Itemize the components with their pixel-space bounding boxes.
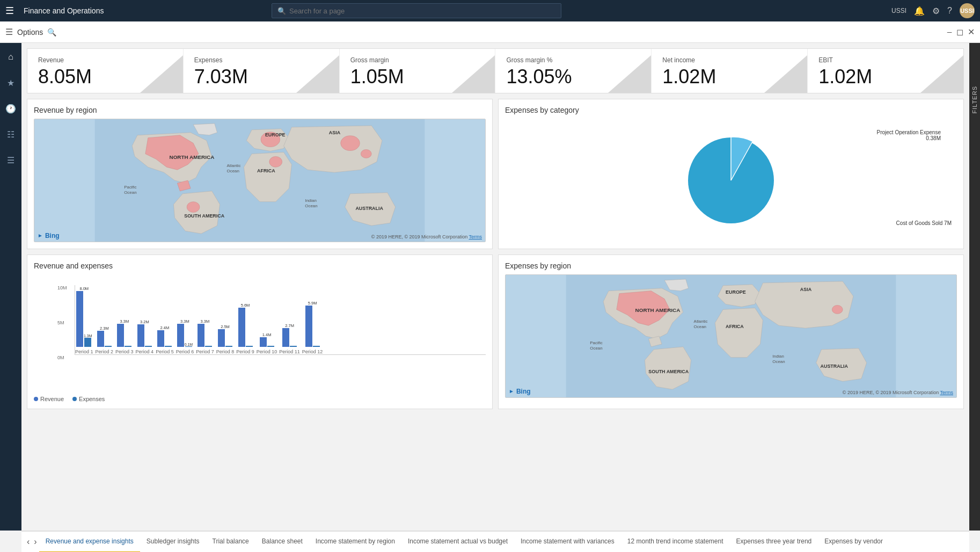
charts-grid: Revenue by region: [27, 99, 964, 409]
period-label: Period 10: [257, 349, 277, 354]
svg-text:Ocean: Ocean: [227, 169, 239, 173]
map-terms-link-2[interactable]: Terms: [940, 390, 954, 395]
svg-point-4: [361, 149, 371, 158]
filters-panel[interactable]: FILTERS: [969, 43, 980, 531]
revenue-bar: [282, 328, 289, 347]
kpi-card: Revenue 8.05M: [27, 49, 184, 93]
settings-icon[interactable]: ⚙: [932, 6, 940, 16]
revenue-bar: [260, 337, 267, 347]
notification-icon[interactable]: 🔔: [914, 6, 925, 16]
revenue-by-region-map[interactable]: NORTH AMERICA EUROPE ASIA AFRICA SOUTH A…: [34, 119, 486, 242]
tab-item[interactable]: Expenses by vendor: [818, 531, 889, 552]
svg-text:Ocean: Ocean: [124, 190, 136, 194]
sidebar-home-icon[interactable]: ⌂: [2, 48, 19, 66]
tab-prev-btn[interactable]: ‹: [25, 537, 32, 547]
kpi-triangle: [140, 55, 183, 93]
map-copyright: © 2019 HERE, © 2019 Microsoft Corporatio…: [371, 234, 482, 239]
period-label: Period 6: [176, 349, 194, 354]
expense-bar: [165, 346, 172, 347]
svg-text:Ocean: Ocean: [694, 324, 706, 329]
close-icon[interactable]: ✕: [968, 27, 975, 37]
kpi-card: Gross margin 1.05M: [340, 49, 496, 93]
svg-text:Ocean: Ocean: [305, 203, 317, 208]
options-label: Options: [17, 28, 43, 37]
expense-bar: [205, 346, 212, 347]
user-label: USSI: [891, 7, 906, 14]
tab-item[interactable]: 12 month trend income statement: [621, 531, 730, 552]
tab-item[interactable]: Balance sheet: [255, 531, 309, 552]
main-layout: ⌂ ★ 🕐 ☷ ☰ Revenue 8.05M Expenses 7.03M G…: [0, 43, 980, 531]
bottom-tab-bar: ‹ › Revenue and expense insightsSubledge…: [21, 531, 969, 552]
tab-item[interactable]: Subledger insights: [140, 531, 206, 552]
tab-item[interactable]: Income statement with variances: [514, 531, 621, 552]
period-label: Period 8: [216, 349, 235, 354]
tab-item[interactable]: Trial balance: [206, 531, 255, 552]
svg-text:EUROPE: EUROPE: [726, 289, 746, 294]
expense-bar: [145, 346, 152, 347]
kpi-triangle: [920, 55, 963, 93]
svg-text:Pacific: Pacific: [124, 184, 136, 189]
revenue-and-expenses-card: Revenue and expenses 10M5M0M 8.0M 1.3M P…: [27, 255, 493, 409]
tab-item[interactable]: Revenue and expense insights: [39, 531, 140, 552]
revenue-bar: [97, 331, 104, 347]
options-search-icon[interactable]: 🔍: [47, 28, 56, 37]
bar-group: 3.2M Period 4: [136, 319, 154, 354]
svg-text:ASIA: ASIA: [329, 129, 341, 135]
svg-text:EUROPE: EUROPE: [265, 132, 286, 137]
tab-item[interactable]: Income statement by region: [309, 531, 401, 552]
revenue-bar: [218, 329, 225, 347]
svg-text:ASIA: ASIA: [800, 286, 812, 292]
svg-text:AFRICA: AFRICA: [726, 324, 744, 329]
svg-text:Indian: Indian: [305, 198, 317, 202]
tab-item[interactable]: Income statement actual vs budget: [401, 531, 514, 552]
kpi-card: Gross margin % 13.05%: [495, 49, 652, 93]
svg-text:AUSTRALIA: AUSTRALIA: [821, 364, 849, 369]
svg-point-2: [269, 156, 282, 167]
bar-group: 3.3M Period 7: [196, 319, 214, 354]
sidebar-recent-icon[interactable]: 🕐: [2, 100, 19, 117]
expenses-by-category-title: Expenses by category: [505, 106, 957, 114]
avatar[interactable]: USSI: [960, 3, 975, 18]
revenue-bar: [137, 324, 144, 347]
expenses-by-region-map[interactable]: NORTH AMERICA EUROPE ASIA AFRICA SOUTH A…: [505, 274, 957, 398]
period-label: Period 5: [156, 349, 174, 354]
bing-footer: ► Bing: [38, 232, 60, 239]
left-sidebar: ⌂ ★ 🕐 ☷ ☰: [0, 43, 21, 531]
bar-group: 5.6M Period 9: [236, 303, 254, 354]
bar-group: 8.0M 1.3M Period 1: [75, 286, 93, 354]
y-axis-10m: 10M: [57, 285, 67, 290]
svg-text:AFRICA: AFRICA: [257, 168, 275, 173]
sidebar-toggle[interactable]: ☰: [5, 27, 13, 37]
revenue-bar: [238, 308, 245, 347]
pie-label-cogs: Cost of Goods Sold 7M: [896, 220, 952, 226]
sidebar-workspace-icon[interactable]: ☷: [2, 126, 19, 143]
minimize-icon[interactable]: ‒: [947, 27, 952, 37]
expenses-by-region-card: Expenses by region NORTH: [498, 255, 964, 409]
map-terms-link[interactable]: Terms: [469, 234, 482, 239]
expense-bar: [313, 346, 320, 347]
search-icon: 🔍: [277, 7, 286, 15]
expense-bar: [125, 346, 131, 347]
search-bar[interactable]: 🔍: [272, 3, 561, 18]
sidebar-favorites-icon[interactable]: ★: [2, 74, 19, 91]
pie-label-project-op: Project Operation Expense 0.38M: [876, 129, 941, 141]
expense-bar: [225, 346, 232, 347]
period-label: Period 12: [302, 349, 323, 354]
svg-text:Atlantic: Atlantic: [227, 163, 241, 168]
bar-group: 5.9M Period 12: [302, 301, 323, 354]
revenue-bar: [76, 291, 83, 347]
tab-next-btn[interactable]: ›: [32, 537, 39, 547]
svg-text:Ocean: Ocean: [772, 359, 785, 364]
help-icon[interactable]: ?: [947, 6, 952, 16]
svg-text:AUSTRALIA: AUSTRALIA: [355, 205, 383, 210]
expense-bar: [105, 346, 112, 347]
sidebar-list-icon[interactable]: ☰: [2, 151, 19, 169]
tab-item[interactable]: Expenses three year trend: [730, 531, 818, 552]
svg-text:SOUTH AMERICA: SOUTH AMERICA: [648, 369, 689, 374]
map-copyright-2: © 2019 HERE, © 2019 Microsoft Corporatio…: [843, 390, 953, 395]
svg-point-3: [341, 135, 360, 150]
search-input[interactable]: [289, 7, 555, 15]
expense-bar: [290, 346, 297, 347]
maximize-icon[interactable]: ◻: [956, 27, 963, 37]
hamburger-menu[interactable]: ☰: [5, 5, 14, 17]
